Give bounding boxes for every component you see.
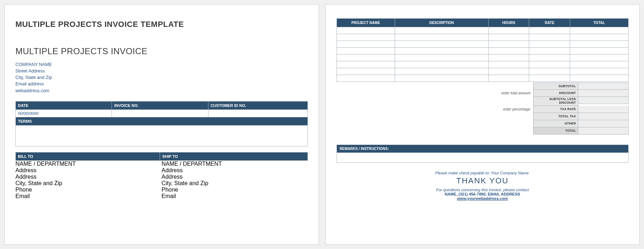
line-item-cell[interactable] xyxy=(488,27,529,34)
remarks-body[interactable] xyxy=(337,153,629,163)
value-grand-total[interactable] xyxy=(578,127,629,135)
line-item-cell[interactable] xyxy=(395,48,488,55)
line-item-cell[interactable] xyxy=(337,68,395,75)
value-other[interactable] xyxy=(578,120,629,127)
value-tax-rate[interactable] xyxy=(578,106,629,113)
footer-payable: Please make check payable to: Your Compa… xyxy=(337,171,629,175)
line-item-cell[interactable] xyxy=(488,68,529,75)
header-customer-id: CUSTOMER ID NO. xyxy=(208,101,307,109)
line-item-cell[interactable] xyxy=(570,34,629,41)
contact-body-table: NAME / DEPARTMENTNAME / DEPARTMENT Addre… xyxy=(15,161,308,199)
line-items-table: PROJECT NAME DESCRIPTION HOURS RATE TOTA… xyxy=(337,18,629,82)
value-invoice-no[interactable] xyxy=(112,109,208,117)
footer-web[interactable]: www.yourwebaddress.com xyxy=(337,196,629,201)
header-bill-to: BILL TO xyxy=(16,152,160,160)
line-item-row xyxy=(337,27,629,34)
invoice-page-1: MULTIPLE PROJECTS INVOICE TEMPLATE MULTI… xyxy=(4,4,319,245)
col-hours: HOURS xyxy=(488,19,529,27)
billto-addr1[interactable]: Address xyxy=(15,167,161,174)
line-item-cell[interactable] xyxy=(529,55,570,61)
line-item-cell[interactable] xyxy=(488,55,529,61)
remarks-header: REMARKS / INSTRUCTIONS: xyxy=(337,145,629,153)
value-date[interactable]: 00/00/0000 xyxy=(16,109,112,117)
label-discount: DISCOUNT xyxy=(533,90,578,97)
value-subtotal[interactable] xyxy=(578,83,629,90)
line-item-cell[interactable] xyxy=(529,68,570,75)
line-item-cell[interactable] xyxy=(529,48,570,55)
line-item-cell[interactable] xyxy=(337,27,395,34)
col-total: TOTAL xyxy=(570,19,629,27)
value-terms[interactable] xyxy=(16,125,308,146)
billto-email[interactable]: Email xyxy=(15,193,161,199)
header-date: DATE xyxy=(16,101,112,109)
line-item-cell[interactable] xyxy=(570,48,629,55)
line-item-cell[interactable] xyxy=(529,61,570,68)
line-item-cell[interactable] xyxy=(488,34,529,41)
value-subtotal-less[interactable] xyxy=(578,97,629,104)
line-item-row xyxy=(337,41,629,48)
shipto-phone[interactable]: Phone xyxy=(161,187,307,193)
label-grand-total: TOTAL xyxy=(533,127,578,135)
line-item-cell[interactable] xyxy=(570,75,629,82)
shipto-addr2[interactable]: Address xyxy=(161,174,307,180)
label-total-tax: TOTAL TAX xyxy=(533,113,578,120)
line-item-cell[interactable] xyxy=(570,27,629,34)
col-project-name: PROJECT NAME xyxy=(337,19,395,27)
line-item-cell[interactable] xyxy=(529,27,570,34)
line-item-cell[interactable] xyxy=(395,75,488,82)
company-street: Street Address xyxy=(15,68,308,74)
line-item-cell[interactable] xyxy=(570,41,629,48)
line-item-cell[interactable] xyxy=(337,41,395,48)
value-total-tax[interactable] xyxy=(578,113,629,120)
line-item-cell[interactable] xyxy=(337,55,395,61)
line-item-cell[interactable] xyxy=(570,61,629,68)
company-city-state-zip: City, State and Zip xyxy=(15,74,308,81)
footer-contact: NAME, (321) 456-7890, EMAIL ADDRESS xyxy=(337,192,629,196)
hint-amount: enter total amount xyxy=(337,90,533,97)
line-item-cell[interactable] xyxy=(395,41,488,48)
document-title: MULTIPLE PROJECTS INVOICE xyxy=(15,46,308,56)
line-item-cell[interactable] xyxy=(395,55,488,61)
shipto-csz[interactable]: City, State and Zip xyxy=(161,180,307,187)
line-item-cell[interactable] xyxy=(395,34,488,41)
shipto-addr1[interactable]: Address xyxy=(161,167,307,174)
line-item-cell[interactable] xyxy=(488,61,529,68)
footer-questions: For questions concerning this invoice, p… xyxy=(337,188,629,192)
line-item-cell[interactable] xyxy=(529,75,570,82)
shipto-name[interactable]: NAME / DEPARTMENT xyxy=(161,161,307,167)
value-customer-id[interactable] xyxy=(208,109,307,117)
totals-section: SUBTOTAL enter total amount DISCOUNT SUB… xyxy=(337,83,629,135)
line-item-cell[interactable] xyxy=(337,75,395,82)
hint-percent: enter percentage xyxy=(337,106,533,113)
line-item-row xyxy=(337,75,629,82)
line-item-cell[interactable] xyxy=(488,48,529,55)
line-item-cell[interactable] xyxy=(337,48,395,55)
line-item-cell[interactable] xyxy=(570,55,629,61)
invoice-meta-table: DATE INVOICE NO. CUSTOMER ID NO. 00/00/0… xyxy=(15,101,308,146)
line-item-cell[interactable] xyxy=(488,75,529,82)
line-item-cell[interactable] xyxy=(488,41,529,48)
header-ship-to: SHIP TO xyxy=(160,152,307,160)
billto-addr2[interactable]: Address xyxy=(15,174,161,180)
header-terms: TERMS xyxy=(16,117,308,125)
shipto-email[interactable]: Email xyxy=(161,193,307,199)
value-discount[interactable] xyxy=(578,90,629,97)
line-item-cell[interactable] xyxy=(337,61,395,68)
line-item-cell[interactable] xyxy=(395,68,488,75)
billto-name[interactable]: NAME / DEPARTMENT xyxy=(15,161,161,167)
billto-phone[interactable]: Phone xyxy=(15,187,161,193)
line-item-cell[interactable] xyxy=(529,41,570,48)
line-item-cell[interactable] xyxy=(529,34,570,41)
company-web: webaddress.com xyxy=(15,88,308,94)
label-subtotal-less: SUBTOTAL LESS DISCOUNT xyxy=(533,97,578,106)
footer-thank-you: THANK YOU xyxy=(337,176,629,185)
header-invoice-no: INVOICE NO. xyxy=(112,101,208,109)
line-item-cell[interactable] xyxy=(395,27,488,34)
line-item-cell[interactable] xyxy=(570,68,629,75)
line-item-cell[interactable] xyxy=(337,34,395,41)
line-item-cell[interactable] xyxy=(395,61,488,68)
company-info: COMPANY NAME Street Address City, State … xyxy=(15,61,308,94)
label-subtotal: SUBTOTAL xyxy=(533,83,578,90)
line-item-row xyxy=(337,68,629,75)
billto-csz[interactable]: City, State and Zip xyxy=(15,180,161,187)
